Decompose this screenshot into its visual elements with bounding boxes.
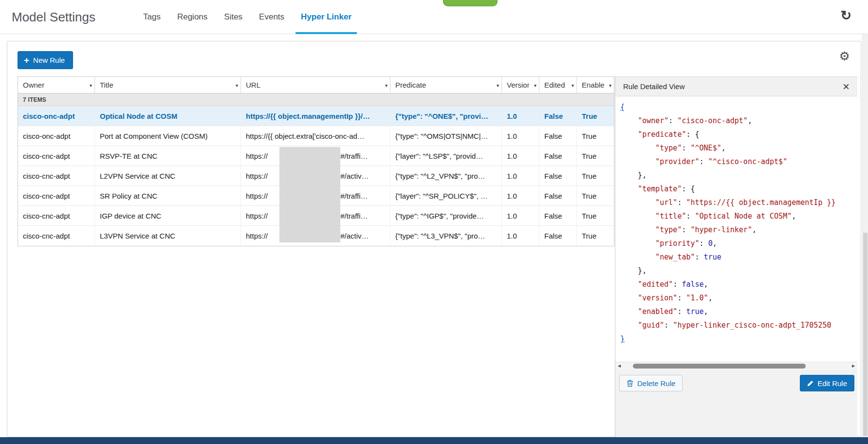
content-panel: + New Rule ⚙ Owner▾Title▾URL▾Predicate▾V… <box>7 41 861 437</box>
caret-down-icon[interactable]: ▾ <box>90 82 92 88</box>
column-header-title[interactable]: Title▾ <box>95 77 241 93</box>
cell-version: 1.0 <box>502 186 539 205</box>
code-line: "new_tab": true <box>620 250 857 264</box>
column-label: Edited <box>544 81 567 89</box>
cell-version: 1.0 <box>502 106 539 126</box>
code-line: { <box>620 100 857 114</box>
cell-title: Optical Node at COSM <box>95 106 241 126</box>
caret-down-icon[interactable]: ▾ <box>534 82 536 88</box>
cell-predicate: {"layer": "^LSP$", "provid… <box>390 146 502 166</box>
cell-edited: False <box>539 126 577 146</box>
table-header-row: Owner▾Title▾URL▾Predicate▾Version▾Edited… <box>18 77 614 93</box>
cell-version: 1.0 <box>502 146 539 166</box>
cell-predicate: {"type": "^IGP$", "provide… <box>390 206 502 225</box>
column-label: Owner <box>23 81 85 89</box>
cell-predicate: {"layer": "^SR_POLICY$", … <box>390 186 502 205</box>
refresh-icon[interactable]: ↻ <box>840 9 851 22</box>
cell-enabled: True <box>577 146 614 166</box>
caret-down-icon[interactable]: ▾ <box>236 82 238 88</box>
cell-edited: False <box>539 206 577 225</box>
tab-regions[interactable]: Regions <box>172 0 213 34</box>
tab-sites[interactable]: Sites <box>219 0 248 34</box>
cell-url: https://{{ object.extra['cisco-onc-ad… <box>241 126 390 146</box>
tab-tags[interactable]: Tags <box>138 0 166 34</box>
code-line: "predicate": { <box>620 128 857 141</box>
code-line: } <box>620 332 857 346</box>
edit-rule-label: Edit Rule <box>817 379 847 388</box>
cell-title: L2VPN Service at CNC <box>95 166 241 185</box>
tab-bar: TagsRegionsSitesEventsHyper Linker <box>138 0 363 34</box>
code-line: }, <box>620 168 857 182</box>
code-line: "type": "hyper-linker", <box>620 223 857 237</box>
scroll-left-icon[interactable]: ◀ <box>615 364 623 368</box>
json-code-view[interactable]: { "owner": "cisco-onc-adpt", "predicate"… <box>615 96 857 362</box>
table-row[interactable]: cisco-onc-adptPort at Component View (CO… <box>18 126 614 146</box>
cell-edited: False <box>539 226 577 246</box>
code-line: "type": "^ONE$", <box>620 141 857 155</box>
code-line: "priority": 0, <box>620 237 857 250</box>
plus-icon: + <box>24 56 29 65</box>
caret-down-icon[interactable]: ▾ <box>497 82 499 88</box>
caret-down-icon[interactable]: ▾ <box>385 82 388 88</box>
code-line: }, <box>620 264 857 278</box>
cell-version: 1.0 <box>502 206 539 225</box>
cell-enabled: True <box>577 166 614 185</box>
code-line: "url": "https://{{ object.managementIp }… <box>620 196 857 209</box>
cell-enabled: True <box>577 186 614 205</box>
trash-icon <box>627 380 633 387</box>
column-header-version[interactable]: Version▾ <box>502 77 539 93</box>
redaction-overlay <box>279 147 340 242</box>
cell-url: https://{{ object.managementIp }}/… <box>241 106 390 126</box>
items-count-row: 7 ITEMS <box>18 93 614 106</box>
caret-down-icon[interactable]: ▾ <box>609 82 611 88</box>
new-rule-button[interactable]: + New Rule <box>18 51 73 69</box>
column-header-enabled[interactable]: Enabled▾ <box>577 77 614 93</box>
gear-icon[interactable]: ⚙ <box>839 50 850 62</box>
vertical-scrollbar[interactable] <box>862 34 868 437</box>
cell-predicate: {"type": "^OMS|OTS|NMC|… <box>390 126 502 146</box>
edit-rule-button[interactable]: Edit Rule <box>800 375 854 391</box>
scroll-right-icon[interactable]: ▶ <box>850 364 857 368</box>
cell-owner: cisco-cnc-adpt <box>18 146 95 166</box>
column-header-edited[interactable]: Edited▾ <box>539 77 577 93</box>
delete-rule-label: Delete Rule <box>637 379 675 388</box>
vertical-scrollbar-thumb[interactable] <box>863 233 868 436</box>
cell-title: Port at Component View (COSM) <box>95 126 241 146</box>
cell-title: L3VPN Service at CNC <box>95 226 241 246</box>
cell-version: 1.0 <box>502 166 539 185</box>
cell-owner: cisco-onc-adpt <box>18 106 95 126</box>
column-label: URL <box>246 81 380 89</box>
cell-title: IGP device at CNC <box>95 206 241 225</box>
page-title: Model Settings <box>12 0 95 34</box>
top-bar: Model Settings TagsRegionsSitesEventsHyp… <box>0 0 868 34</box>
code-line: "template": { <box>620 182 857 196</box>
scrollbar-thumb[interactable] <box>633 364 806 369</box>
cell-version: 1.0 <box>502 226 539 246</box>
toast-pill <box>443 0 498 6</box>
code-line: "guid": "hyper-linker_cisco-onc-adpt_170… <box>620 318 857 332</box>
cell-edited: False <box>539 106 577 126</box>
delete-rule-button[interactable]: Delete Rule <box>619 375 683 391</box>
tab-events[interactable]: Events <box>254 0 290 34</box>
close-icon[interactable]: × <box>843 81 850 92</box>
code-line: "provider": "^cisco-onc-adpt$" <box>620 155 857 168</box>
column-header-predicate[interactable]: Predicate▾ <box>390 77 502 93</box>
pencil-icon <box>807 380 813 387</box>
cell-enabled: True <box>577 106 614 126</box>
tab-hyper-linker[interactable]: Hyper Linker <box>295 0 357 34</box>
column-label: Title <box>100 81 231 89</box>
scrollbar-track[interactable] <box>623 362 850 370</box>
cell-owner: cisco-cnc-adpt <box>18 226 95 246</box>
panel-actions: Delete Rule Edit Rule <box>615 375 857 392</box>
cell-title: SR Policy at CNC <box>95 186 241 205</box>
code-line: "title": "Optical Node at COSM", <box>620 209 857 223</box>
cell-owner: cisco-cnc-adpt <box>18 186 95 205</box>
cell-enabled: True <box>577 226 614 246</box>
cell-predicate: {"type": "^L3_VPN$", "pro… <box>390 226 502 246</box>
cell-title: RSVP-TE at CNC <box>95 146 241 166</box>
column-header-url[interactable]: URL▾ <box>241 77 390 93</box>
table-row[interactable]: cisco-onc-adptOptical Node at COSMhttps:… <box>18 106 614 126</box>
column-header-owner[interactable]: Owner▾ <box>18 77 95 93</box>
caret-down-icon[interactable]: ▾ <box>572 82 574 88</box>
column-label: Enabled <box>582 81 604 89</box>
